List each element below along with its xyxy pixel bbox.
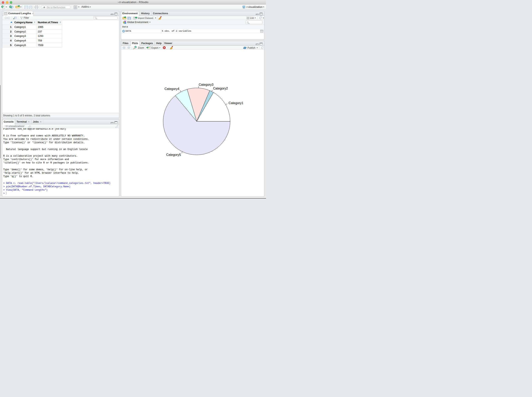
svg-text:Category5: Category5 xyxy=(166,153,181,156)
svg-text:Category2: Category2 xyxy=(213,87,228,90)
svg-text:Category4: Category4 xyxy=(164,87,179,91)
svg-text:R: R xyxy=(243,6,244,8)
svg-text:Category1: Category1 xyxy=(228,101,243,105)
svg-text:Category3: Category3 xyxy=(199,83,214,86)
